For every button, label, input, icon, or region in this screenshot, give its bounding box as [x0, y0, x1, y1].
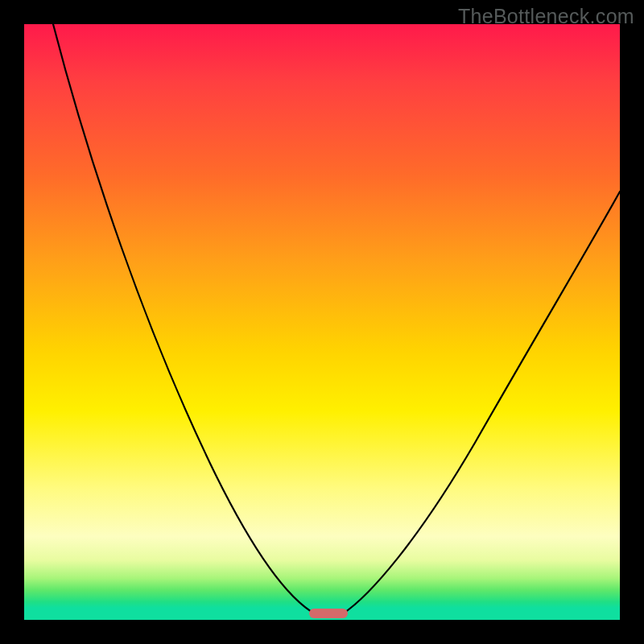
chart-frame: TheBottleneck.com: [0, 0, 644, 644]
watermark-text: TheBottleneck.com: [458, 5, 634, 28]
curve-left-branch: [53, 24, 316, 614]
curve-right-branch: [342, 192, 620, 614]
bottom-marker: [309, 609, 348, 618]
chart-curves-svg: [24, 24, 620, 620]
chart-plot-area: [24, 24, 620, 620]
